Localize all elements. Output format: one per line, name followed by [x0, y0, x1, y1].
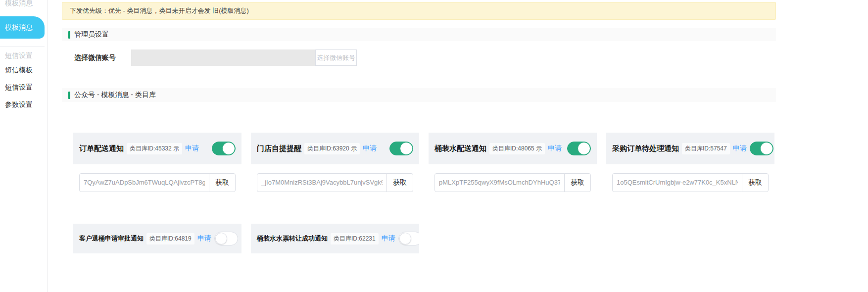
section-accent-bar	[68, 92, 70, 99]
template-id-input[interactable]	[434, 173, 565, 192]
sidebar-item-template-message-active[interactable]: 模板消息	[0, 16, 45, 39]
section-accent-bar	[68, 31, 70, 39]
sidebar-item-sms-settings[interactable]: 短信设置	[0, 79, 48, 96]
sidebar-item-parameter-settings[interactable]: 参数设置	[0, 96, 48, 113]
category-section-header: 公众号 - 模板消息 - 类目库	[62, 88, 776, 102]
priority-notice-text: 下发优先级：优先 - 类目消息，类目未开启才会发 旧(模版消息)	[70, 6, 249, 15]
sidebar-item-sms-template[interactable]: 短信模板	[0, 61, 48, 79]
card-title: 采购订单待处理通知	[612, 144, 679, 153]
fetch-button[interactable]: 获取	[742, 173, 769, 192]
template-id-input[interactable]	[79, 173, 209, 192]
fetch-button[interactable]: 获取	[564, 173, 591, 192]
wechat-account-form-row: 选择微信账号 选择微信账号	[62, 49, 868, 66]
category-section-title: 公众号 - 模板消息 - 类目库	[74, 91, 156, 99]
template-card-order-delivery: 订单配送通知 类目库ID:45332 示 申请 获取	[73, 133, 241, 200]
card-title: 客户退桶申请审批通知	[79, 234, 144, 243]
toggle-switch[interactable]	[389, 142, 413, 155]
apply-link[interactable]: 申请	[548, 144, 562, 153]
wechat-account-input[interactable]	[131, 49, 315, 66]
admin-section-header: 管理员设置	[62, 28, 776, 41]
template-id-group: 获取	[612, 173, 769, 192]
fetch-button[interactable]: 获取	[209, 173, 236, 192]
template-id-group: 获取	[79, 173, 236, 192]
category-id-badge: 类目库ID:64819	[146, 233, 194, 244]
template-card-bucket-water-delivery: 桶装水配送通知 类目库ID:48065 示 申请 获取	[429, 133, 597, 200]
main-content: 下发优先级：优先 - 类目消息，类目未开启才会发 旧(模版消息) 管理员设置 选…	[48, 0, 868, 292]
priority-notice-banner: 下发优先级：优先 - 类目消息，类目未开启才会发 旧(模版消息)	[62, 2, 776, 20]
toggle-switch[interactable]	[212, 142, 236, 155]
apply-link[interactable]: 申请	[185, 144, 199, 153]
template-id-input[interactable]	[612, 173, 742, 192]
apply-link[interactable]: 申请	[382, 234, 395, 243]
template-card-purchase-order-pending: 采购订单待处理通知 类目库ID:57547 申请 获取	[606, 133, 774, 200]
card-title: 订单配送通知	[79, 144, 124, 153]
toggle-knob	[215, 233, 227, 244]
template-card-store-pickup: 门店自提提醒 类目库ID:63920 示 申请 获取	[251, 133, 419, 200]
toggle-knob	[760, 142, 773, 155]
card-body: 获取	[429, 164, 597, 200]
card-header: 客户退桶申请审批通知 类目库ID:64819 申请	[73, 224, 241, 253]
sidebar-divider	[0, 46, 45, 47]
template-card-water-ticket-transfer: 桶装水水票转让成功通知 类目库ID:62231 申请	[251, 224, 419, 253]
template-cards-row-2: 客户退桶申请审批通知 类目库ID:64819 申请 桶装水水票转让成功通知 类目…	[73, 224, 868, 253]
card-header: 门店自提提醒 类目库ID:63920 示 申请	[251, 133, 419, 164]
category-id-badge: 类目库ID:62231	[331, 233, 379, 244]
category-id-badge: 类目库ID:57547	[682, 143, 730, 154]
template-id-input[interactable]	[257, 173, 387, 192]
fetch-button[interactable]: 获取	[386, 173, 413, 192]
card-header: 桶装水配送通知 类目库ID:48065 示 申请	[429, 133, 597, 164]
card-header: 订单配送通知 类目库ID:45332 示 申请	[73, 133, 241, 164]
toggle-knob	[222, 142, 235, 155]
template-id-group: 获取	[434, 173, 591, 192]
card-title: 桶装水水票转让成功通知	[257, 234, 328, 243]
toggle-switch[interactable]	[214, 232, 238, 245]
apply-link[interactable]: 申请	[363, 144, 377, 153]
wechat-account-label: 选择微信账号	[74, 53, 131, 62]
card-body: 获取	[606, 164, 774, 200]
toggle-switch[interactable]	[398, 232, 419, 245]
sidebar: 模板消息 模板消息 短信设置 短信模板 短信设置 参数设置	[0, 0, 48, 292]
select-wechat-account-button[interactable]: 选择微信账号	[315, 49, 357, 66]
sidebar-group-sms-settings: 短信设置	[0, 49, 48, 61]
card-body: 获取	[73, 164, 241, 200]
wechat-account-input-group: 选择微信账号	[131, 49, 357, 66]
template-cards-row-1: 订单配送通知 类目库ID:45332 示 申请 获取 门店自提提醒	[73, 133, 868, 200]
category-id-badge: 类目库ID:63920 示	[304, 143, 360, 154]
sidebar-group-template-message: 模板消息	[0, 0, 48, 8]
card-header: 桶装水水票转让成功通知 类目库ID:62231 申请	[251, 224, 419, 253]
apply-link[interactable]: 申请	[197, 234, 211, 243]
admin-section-title: 管理员设置	[74, 30, 109, 39]
category-id-badge: 类目库ID:45332 示	[127, 143, 182, 154]
category-id-badge: 类目库ID:48065 示	[489, 143, 545, 154]
toggle-switch[interactable]	[567, 142, 591, 155]
app-window: 模板消息 模板消息 短信设置 短信模板 短信设置 参数设置 下发优先级：优先 -…	[0, 0, 868, 292]
toggle-switch[interactable]	[750, 142, 773, 155]
toggle-knob	[399, 233, 411, 244]
template-card-bucket-return-approval: 客户退桶申请审批通知 类目库ID:64819 申请	[73, 224, 241, 253]
card-body: 获取	[251, 164, 419, 200]
card-header: 采购订单待处理通知 类目库ID:57547 申请	[606, 133, 774, 164]
template-id-group: 获取	[257, 173, 413, 192]
toggle-knob	[400, 142, 413, 155]
toggle-knob	[578, 142, 590, 155]
card-title: 桶装水配送通知	[434, 144, 486, 153]
apply-link[interactable]: 申请	[733, 144, 747, 153]
card-title: 门店自提提醒	[257, 144, 301, 153]
